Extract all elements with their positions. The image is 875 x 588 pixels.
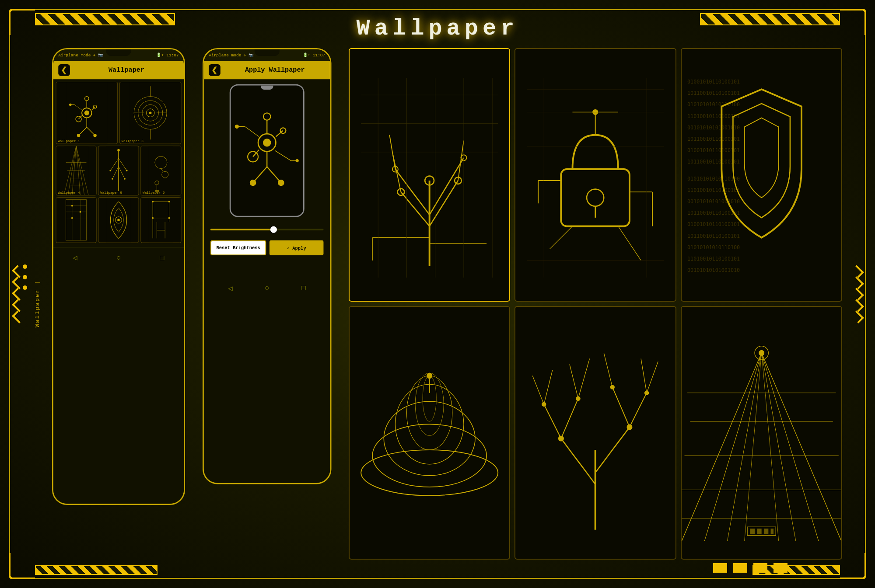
showcase-cyber-hand[interactable]: [349, 48, 510, 302]
svg-rect-194: [682, 324, 841, 541]
chevron-right-icon: [851, 299, 864, 312]
phone1-header-title: Wallpaper: [74, 66, 178, 74]
svg-point-64: [80, 211, 81, 213]
wallpaper-thumb-5[interactable]: Wallpaper 5: [98, 146, 139, 195]
phone2-header: ❮ Apply Wallpaper: [204, 61, 330, 79]
dot-indicator: [23, 275, 27, 279]
svg-point-13: [93, 134, 96, 137]
phone1-nav-back[interactable]: ◁: [73, 253, 77, 262]
svg-point-74: [152, 201, 154, 202]
reset-brightness-button[interactable]: Reset Brightness: [210, 240, 266, 255]
phone2-nav-recent[interactable]: □: [301, 284, 306, 292]
svg-rect-213: [764, 529, 768, 534]
svg-point-208: [759, 350, 764, 356]
chevron-icon: [12, 310, 25, 324]
showcase-radial-wave[interactable]: [349, 306, 510, 560]
phone1-status-left: Airplane mode ✈ 📷: [58, 52, 103, 57]
showcase-perspective-lines[interactable]: [681, 306, 842, 560]
brightness-fill: [210, 229, 273, 230]
wallpaper-thumb-7[interactable]: [56, 197, 97, 243]
svg-text:11010010110100101: 11010010110100101: [687, 187, 740, 193]
wallpaper-thumb-1[interactable]: Wallpaper 1: [56, 82, 118, 144]
svg-point-2: [84, 111, 89, 115]
brightness-thumb[interactable]: [270, 226, 277, 233]
svg-text:00101010101001010: 00101010101001010: [687, 267, 740, 273]
page-title: Wallpaper: [357, 16, 519, 42]
showcase-shield-binary[interactable]: 01001010110100101 10110010110100101 0101…: [681, 48, 842, 302]
corner-br: [840, 553, 866, 579]
svg-point-100: [295, 159, 298, 162]
svg-text:01010101010110100: 01010101010110100: [687, 244, 740, 251]
dot-square: [753, 563, 767, 573]
wallpaper-label-6: Wallpaper 6: [143, 191, 164, 195]
action-buttons: Reset Brightness ✓ Apply: [204, 237, 330, 258]
showcase-tree-circuit[interactable]: [514, 306, 676, 560]
corner-tl: [9, 9, 35, 35]
phone2-wrapper: Airplane mode ✈ 📷 🔋+ 11:07 ❮ Apply Wallp…: [203, 48, 338, 560]
svg-rect-69: [149, 198, 173, 243]
phone1-screen: Airplane mode ✈ 📷 🔋+ 11:07 ❮ Wallpaper: [53, 49, 184, 504]
phone2-status-left: Airplane mode ✈ 📷: [209, 52, 254, 57]
brightness-slider[interactable]: [210, 229, 323, 230]
svg-text:01001010110100101: 01001010110100101: [687, 221, 740, 227]
apply-wallpaper-button[interactable]: ✓ Apply: [270, 240, 323, 255]
sidebar-label-container: Wallpaper |: [33, 48, 42, 560]
phone1-status-bar: Airplane mode ✈ 📷 🔋+ 11:07: [53, 49, 184, 61]
svg-point-65: [71, 217, 73, 219]
svg-point-63: [71, 205, 73, 207]
phone2-back-button[interactable]: ❮: [209, 64, 220, 76]
wallpaper-label-3: Wallpaper 3: [122, 139, 144, 143]
dots-bottom: [713, 563, 788, 573]
hazard-stripe-bottom-left: [35, 565, 158, 575]
chevrons-left: [13, 268, 24, 321]
corner-bl: [9, 553, 35, 579]
corner-tr: [840, 9, 866, 35]
svg-point-44: [117, 149, 120, 152]
showcase-lock-circuit[interactable]: [514, 48, 676, 302]
wallpaper-thumb-4[interactable]: Wallpaper 4: [56, 146, 97, 195]
svg-text:01010101010110100: 01010101010110100: [687, 176, 740, 182]
svg-text:00101010101001010: 00101010101001010: [687, 125, 740, 131]
svg-point-22: [149, 111, 152, 114]
svg-point-47: [112, 178, 113, 180]
main-container: Wallpaper Wallpaper | Airplane mode ✈ 📷 …: [0, 0, 875, 588]
chevron-right-icon: [851, 310, 864, 324]
svg-text:11010010110100101: 11010010110100101: [687, 256, 740, 262]
svg-point-192: [610, 385, 615, 389]
svg-point-94: [278, 180, 284, 186]
svg-text:10110010110100101: 10110010110100101: [687, 90, 740, 96]
svg-point-188: [558, 436, 564, 442]
phone1-nav-home[interactable]: ○: [116, 254, 121, 262]
hazard-stripe-top-right: [700, 13, 840, 25]
phone1-nav-bar: ◁ ○ □: [53, 247, 184, 268]
phone1-nav-recent[interactable]: □: [160, 254, 164, 262]
svg-text:00101010101001010: 00101010101001010: [687, 198, 740, 205]
dot-square: [774, 563, 788, 573]
svg-rect-81: [231, 87, 303, 215]
svg-point-83: [263, 139, 271, 146]
wallpaper-thumb-6[interactable]: Wallpaper 6: [140, 146, 181, 195]
phone2-nav-home[interactable]: ○: [265, 284, 269, 292]
svg-text:01001010110100101: 01001010110100101: [687, 147, 740, 153]
dot-indicator: [23, 264, 27, 269]
phone1-notch: [106, 49, 131, 56]
phone1-back-button[interactable]: ❮: [58, 64, 70, 76]
wallpaper-thumb-8[interactable]: [98, 197, 139, 243]
svg-point-190: [542, 402, 546, 407]
phone1-header: ❮ Wallpaper: [53, 61, 184, 79]
svg-point-12: [77, 134, 80, 137]
dot-square: [713, 563, 727, 573]
svg-text:11010010110100101: 11010010110100101: [687, 113, 740, 119]
phone1-wallpaper-row2: Wallpaper 4: [53, 145, 184, 196]
wallpaper-thumb-3[interactable]: Wallpaper 3: [119, 82, 182, 144]
svg-text:10110010110100101: 10110010110100101: [687, 233, 740, 239]
wallpaper-thumb-9[interactable]: [140, 197, 181, 243]
phone2-notch: [255, 49, 280, 56]
mini-phone-preview: [230, 84, 304, 217]
phone2-nav-back[interactable]: ◁: [228, 284, 232, 293]
phone2-screen: Airplane mode ✈ 📷 🔋+ 11:07 ❮ Apply Wallp…: [204, 49, 330, 483]
svg-point-75: [168, 201, 170, 202]
phone1: Airplane mode ✈ 📷 🔋+ 11:07 ❮ Wallpaper: [52, 48, 185, 505]
mini-phone-notch: [261, 86, 273, 90]
svg-point-46: [126, 170, 128, 171]
